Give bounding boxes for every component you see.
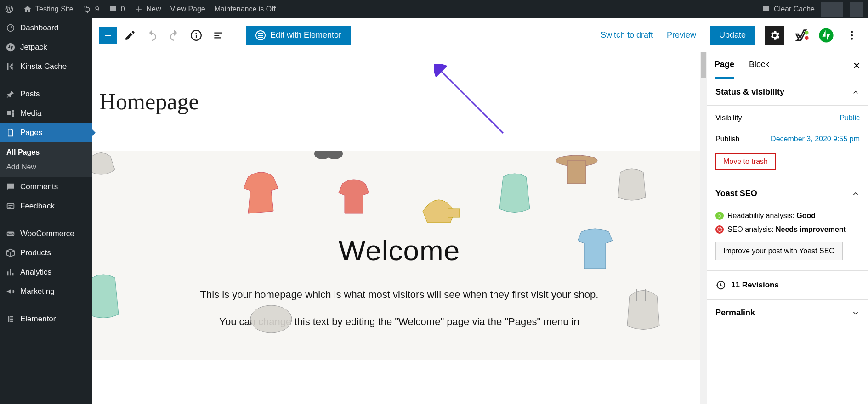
status-visibility-body: Visibility Public Publish December 3, 20… [707,106,868,180]
editor-toolbar: Edit with Elementor Switch to draft Prev… [92,18,868,52]
chevron-up-icon [851,190,860,198]
readability-row: ☺ Readability analysis: Good [715,209,860,223]
admin-bar-box [821,2,843,17]
pages-icon [6,128,16,138]
preview-link[interactable]: Preview [667,30,696,40]
sidebar-item-kinsta[interactable]: Kinsta Cache [0,57,92,76]
svg-rect-7 [196,34,197,38]
sidebar-item-marketing[interactable]: Marketing [0,282,92,301]
move-to-trash-button[interactable]: Move to trash [715,153,776,170]
submenu-add-new[interactable]: Add New [0,160,92,174]
admin-bar-box [850,2,863,17]
more-options-button[interactable] [843,27,861,44]
cloth-decoration [92,271,129,326]
yoast-icon[interactable] [794,28,809,43]
svg-rect-18 [567,161,586,184]
view-page[interactable]: View Page [170,5,205,13]
cloth-decoration [248,303,294,335]
undo-button[interactable] [143,27,161,44]
edit-mode-button[interactable] [121,27,139,44]
woo-icon: Woo [6,229,16,239]
svg-point-10 [819,28,833,42]
cloth-decoration [620,285,666,335]
comments-count[interactable]: 0 [108,5,125,14]
svg-point-1 [6,43,15,51]
improve-yoast-button[interactable]: Improve your post with Yoast SEO [715,242,843,260]
sidebar-submenu-pages: All Pages Add New [0,142,92,177]
yoast-seo-toggle[interactable]: Yoast SEO [707,180,868,207]
media-icon [6,108,16,118]
seo-row: ☹ SEO analysis: Needs improvement [715,223,860,236]
redo-button[interactable] [165,27,183,44]
wp-logo[interactable] [5,5,14,14]
close-settings-button[interactable]: ✕ [853,60,861,71]
comment-icon [761,5,771,14]
visibility-value[interactable]: Public [840,114,860,122]
tab-block[interactable]: Block [749,52,769,79]
sidebar-item-jetpack[interactable]: Jetpack [0,38,92,57]
submenu-all-pages[interactable]: All Pages [0,145,92,160]
sidebar-item-feedback[interactable]: Feedback [0,196,92,216]
visibility-label: Visibility [715,114,742,122]
sidebar-item-dashboard[interactable]: Dashboard [0,18,92,38]
svg-point-13 [851,38,853,39]
gear-icon [769,29,781,41]
comment-icon [108,5,118,14]
settings-panel: Page Block ✕ Status & visibility Visibil… [707,52,868,404]
edit-with-elementor-button[interactable]: Edit with Elementor [246,26,351,45]
cloth-decoration [92,152,133,193]
sidebar-item-analytics[interactable]: Analytics [0,263,92,282]
new-content[interactable]: New [134,5,161,14]
sidebar-item-elementor[interactable]: Elementor [0,309,92,329]
editor-canvas[interactable]: Homepage Welcome This is yo [92,52,707,404]
sidebar-item-products[interactable]: Products [0,243,92,263]
switch-to-draft-link[interactable]: Switch to draft [601,30,653,40]
info-button[interactable] [187,27,205,44]
site-name[interactable]: Testing Site [23,5,74,14]
refresh-icon [83,5,92,14]
chevron-up-icon [851,88,860,96]
clear-cache[interactable]: Clear Cache [761,5,815,14]
permalink-toggle[interactable]: Permalink [707,300,868,326]
admin-bar: Testing Site 9 0 New View Page Maintenan… [0,0,868,18]
publish-value[interactable]: December 3, 2020 9:55 pm [771,135,860,143]
svg-point-12 [851,34,853,36]
svg-point-8 [805,31,809,35]
cloth-decoration [611,165,652,207]
update-button[interactable]: Update [710,26,755,45]
megaphone-icon [6,286,16,297]
revisions-row[interactable]: 11 Revisions [707,271,868,300]
scrollbar-thumb[interactable] [701,52,706,78]
yoast-seo-body: ☺ Readability analysis: Good ☹ SEO analy… [707,207,868,271]
sidebar-item-comments[interactable]: Comments [0,177,92,196]
site-name-label: Testing Site [35,5,74,13]
cloth-decoration [239,170,285,220]
cloth-decoration [492,170,538,220]
hero-paragraph: You can change this text by editing the … [110,315,688,329]
updates-count: 9 [95,5,99,13]
scrollbar[interactable] [700,52,707,404]
cloth-decoration [551,152,602,188]
tab-page[interactable]: Page [715,52,734,79]
settings-button[interactable] [765,26,784,45]
outline-button[interactable] [210,27,227,44]
sidebar-item-media[interactable]: Media [0,104,92,123]
editor: Edit with Elementor Switch to draft Prev… [92,18,868,404]
status-visibility-toggle[interactable]: Status & visibility [707,79,868,106]
jetpack-boost-icon[interactable] [818,28,834,43]
list-icon [212,29,224,41]
info-icon [190,29,202,41]
publish-label: Publish [715,135,739,143]
sidebar-item-woocommerce[interactable]: Woo WooCommerce [0,224,92,243]
page-title[interactable]: Homepage [99,88,707,115]
feedback-icon [6,201,16,211]
add-block-button[interactable] [99,27,117,44]
sidebar-item-pages[interactable]: Pages [0,123,92,142]
pencil-icon [124,29,136,41]
maintenance-status[interactable]: Maintenance is Off [215,5,276,13]
elementor-logo-icon [255,30,266,40]
undo-icon [146,29,158,41]
sidebar-item-posts[interactable]: Posts [0,84,92,104]
updates[interactable]: 9 [83,5,99,14]
hero-block[interactable]: Welcome This is your homepage which is w… [92,152,707,360]
